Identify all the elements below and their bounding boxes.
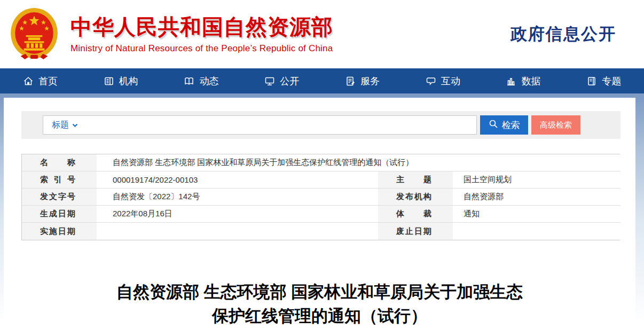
nav-item-data[interactable]: 数据 [506,75,540,88]
meta-label-name: 名称 [22,154,97,171]
chevron-down-icon [72,120,78,130]
search-field-dropdown[interactable]: 标题 [52,120,78,131]
meta-value-implement-date [97,223,378,240]
nav-item-label: 数据 [521,75,540,88]
search-box: 标题 [43,115,477,135]
document-metadata-table: 名称 自然资源部 生态环境部 国家林业和草原局关于加强生态保护红线管理的通知（试… [21,154,620,240]
page-background: 标题 检索 高级检索 名称 自然资源部 生态环境部 国家林业和草原局关于加强生态… [0,98,644,329]
search-input[interactable] [83,117,470,133]
nav-item-home[interactable]: 首页 [23,75,58,88]
home-icon [23,76,34,87]
site-header: 中华人民共和国自然资源部 Ministry of Natural Resourc… [0,0,644,68]
monitor-icon [264,76,275,87]
journal-icon [586,76,597,87]
meta-value-issuing-agency: 自然资源部 [453,189,621,206]
search-field-label: 标题 [52,120,69,131]
gov-info-disclosure-title: 政府信息公开 [511,23,616,45]
meta-value-generate-date: 2022年08月16日 [97,206,378,223]
organization-icon [104,76,114,87]
nav-item-label: 互动 [441,75,460,88]
nav-item-topics[interactable]: 专题 [586,75,621,88]
content-container: 标题 检索 高级检索 名称 自然资源部 生态环境部 国家林业和草原局关于加强生态… [4,98,635,329]
advanced-search-button[interactable]: 高级检索 [531,115,580,135]
site-title-block: 中华人民共和国自然资源部 Ministry of Natural Resourc… [70,14,333,54]
meta-value-genre: 通知 [453,206,621,223]
site-title: 中华人民共和国自然资源部 [70,14,333,39]
national-emblem [10,6,59,62]
meta-value-abolish-date [453,223,621,240]
meta-label-implement-date: 实施日期 [22,223,97,240]
search-panel: 标题 检索 高级检索 [21,111,621,139]
nav-item-label: 机构 [119,75,138,88]
meta-label-subject: 主题 [378,171,453,189]
meta-label-issuing-agency: 发布机构 [378,189,453,206]
nav-item-label: 公开 [280,75,299,88]
nav-item-label: 首页 [38,75,58,88]
nav-item-news[interactable]: 动态 [184,75,218,88]
nav-item-services[interactable]: 服务 [345,75,380,88]
nav-bottom-strip [0,93,644,98]
nav-item-disclosure[interactable]: 公开 [264,75,299,88]
search-button-label: 检索 [502,119,520,131]
meta-value-name: 自然资源部 生态环境部 国家林业和草原局关于加强生态保护红线管理的通知（试行） [97,154,621,171]
site-subtitle: Ministry of Natural Resources of the Peo… [70,43,333,54]
meta-label-index-number: 索引号 [22,171,97,189]
meta-label-genre: 体裁 [378,206,453,223]
meta-label-abolish-date: 废止日期 [378,223,453,240]
chat-bubble-icon [426,76,436,87]
news-book-icon [184,76,194,87]
nav-item-interaction[interactable]: 互动 [426,75,460,88]
meta-label-document-number: 发文字号 [22,189,97,206]
nav-item-label: 动态 [199,75,218,88]
meta-value-index-number: 000019174/2022-00103 [97,171,378,189]
nav-item-label: 专题 [602,75,621,88]
nav-item-organization[interactable]: 机构 [104,75,138,88]
meta-label-generate-date: 生成日期 [22,206,97,223]
search-icon [489,119,498,131]
main-nav: 首页 机构 动态 公开 服务 互动 数据 专题 [0,68,644,93]
article-title: 自然资源部 生态环境部 国家林业和草原局关于加强生态保护红线管理的通知（试行） [112,280,528,328]
document-pencil-icon [345,76,356,87]
search-button[interactable]: 检索 [480,115,528,135]
bar-chart-icon [506,76,516,87]
meta-value-document-number: 自然资发〔2022〕142号 [97,189,378,206]
nav-item-label: 服务 [360,75,380,88]
meta-value-subject: 国土空间规划 [453,171,621,189]
